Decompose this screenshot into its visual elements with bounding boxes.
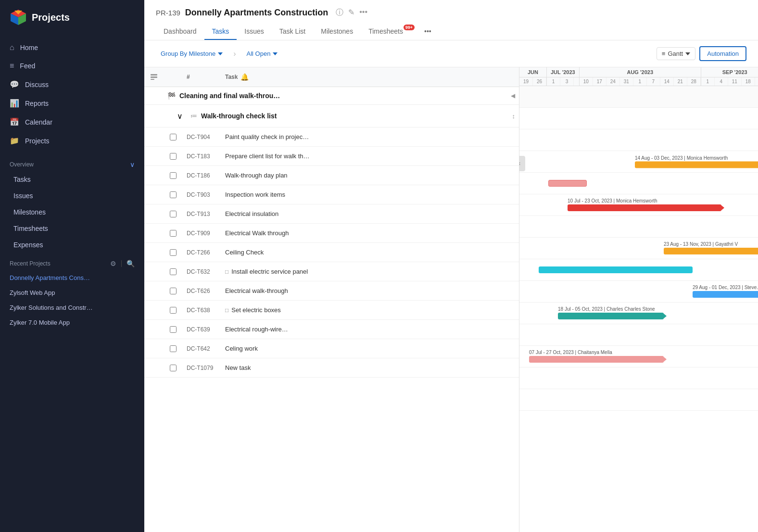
toolbar-right: ≡ Gantt Automation [657,46,746,61]
tab-issues[interactable]: Issues [237,24,271,40]
subtask-collapse-btn[interactable]: ∨ [173,109,187,123]
row-task-12[interactable]: New task [221,358,519,377]
sidebar-sub-milestones[interactable]: Milestones [0,204,144,220]
row-checkbox-8[interactable] [164,282,183,300]
automation-button[interactable]: Automation [699,46,746,61]
separator-arrow: › [233,50,236,58]
row-task-1[interactable]: Prepare client list for walk th… [221,147,519,165]
gantt-day: 11 [728,77,742,86]
group-by-chevron-icon [218,52,223,55]
svg-rect-4 [151,74,157,76]
row-id-2: DC-T186 [183,166,221,185]
sidebar-item-discuss[interactable]: 💬 Discuss [0,75,144,94]
overview-section: Overview ∨ [0,154,144,171]
sidebar-item-projects-label: Projects [25,137,50,145]
row-task-7[interactable]: □ Install electric service panel [221,262,519,281]
recent-project-0[interactable]: Donnelly Apartments Cons… [0,270,144,285]
row-checkbox-4[interactable] [164,205,183,223]
table-row: DC-T642 Celing work [144,339,519,358]
month-label-jun: JUN [519,67,546,77]
task-col-label: Task [225,74,238,80]
gantt-days-sep: 1 4 11 18 25 [701,77,758,86]
info-icon[interactable]: ⓘ [336,8,343,18]
table-row: DC-T638 □ Set electric boxes [144,301,519,320]
table-row: DC-T626 Electrical walk-through [144,281,519,301]
sidebar-item-calendar[interactable]: 📅 Calendar [0,113,144,131]
sidebar-nav: ⌂ Home ≡ Feed 💬 Discuss 📊 Reports 📅 Cale… [0,35,144,154]
search-recent-icon[interactable]: 🔍 [126,260,135,267]
sidebar-sub-expenses[interactable]: Expenses [0,237,144,253]
table-row: DC-T903 Inspection work items [144,185,519,204]
gantt-header: JUN 19 26 JUL '2023 1 3 AUG '2023 [519,67,758,86]
panel-toggle-btn[interactable]: ‹ [519,156,525,171]
milestone-icon: 🏁 [167,92,176,100]
group-collapse-icon[interactable]: ◀ [511,92,515,99]
row-task-9[interactable]: □ Set electric boxes [221,301,519,319]
gantt-month-jun: JUN 19 26 [519,67,547,86]
sidebar-sub-tasks[interactable]: Tasks [0,171,144,188]
row-checkbox-11[interactable] [164,340,183,358]
row-task-11[interactable]: Celing work [221,339,519,358]
tab-timesheets[interactable]: Timesheets 99+ [361,24,417,40]
row-task-10[interactable]: Electrical rough-wire… [221,320,519,339]
row-checkbox-10[interactable] [164,320,183,339]
task-table: # Task 🔔 🏁 Cleaning and final walk-throu… [144,67,519,532]
sidebar-item-reports[interactable]: 📊 Reports [0,94,144,113]
row-task-8[interactable]: Electrical walk-through [221,281,519,300]
gantt-day: 3 [560,77,574,86]
row-checkbox-1[interactable] [164,147,183,165]
gantt-day: 17 [593,77,606,86]
sidebar-item-projects[interactable]: 📁 Projects [0,131,144,150]
sidebar-sub-timesheets[interactable]: Timesheets [0,220,144,237]
row-task-6[interactable]: Ceiling Check [221,243,519,262]
collapse-all-btn[interactable] [144,68,164,86]
gantt-row-9 [519,324,758,346]
logo-area: Projects [0,0,144,35]
sidebar-item-feed[interactable]: ≡ Feed [0,57,144,75]
tab-tasks[interactable]: Tasks [204,24,237,40]
tab-dashboard[interactable]: Dashboard [156,24,204,40]
overview-chevron-icon[interactable]: ∨ [130,161,135,168]
gantt-row-7: 29 Aug - 01 Dec, 2023 | Steve… [519,281,758,303]
tab-tasklist[interactable]: Task List [272,24,313,40]
row-task-5[interactable]: Electrical Walk through [221,224,519,242]
gantt-day: 26 [533,77,546,86]
sidebar-item-home-label: Home [20,44,38,51]
all-open-filter-btn[interactable]: All Open [242,48,283,60]
sidebar-sub-issues[interactable]: Issues [0,188,144,204]
gantt-days-jun: 19 26 [519,77,546,86]
row-checkbox-7[interactable] [164,263,183,281]
group-by-milestone-btn[interactable]: Group By Milestone [156,48,227,60]
more-icon[interactable]: ••• [359,8,367,18]
row-task-2[interactable]: Walk-through day plan [221,166,519,185]
filter-label: All Open [247,50,271,57]
row-checkbox-3[interactable] [164,186,183,204]
row-checkbox-5[interactable] [164,224,183,242]
row-checkbox-6[interactable] [164,243,183,262]
row-id-12: DC-T1079 [183,359,221,377]
tab-milestones[interactable]: Milestones [313,24,361,40]
gantt-view-btn[interactable]: ≡ Gantt [657,47,695,60]
sort-icon[interactable]: ↕ [512,113,516,120]
row-checkbox-0[interactable] [164,128,183,146]
overview-items: Tasks Issues Milestones Timesheets Expen… [0,171,144,253]
recent-project-1[interactable]: Zylsoft Web App [0,285,144,300]
gantt-row-11 [519,367,758,389]
filter-recent-icon[interactable]: ⚙ [110,260,116,267]
sidebar-item-home[interactable]: ⌂ Home [0,38,144,57]
row-checkbox-12[interactable] [164,359,183,377]
edit-icon[interactable]: ✎ [348,8,354,18]
gantt-body: 21 Sep 14 Aug - 03 Dec, 2023 | Monica He… [519,86,758,411]
subtask-title: Walk-through check list [201,112,508,120]
recent-project-3[interactable]: Zylker 7.0 Mobile App [0,315,144,330]
recent-project-2[interactable]: Zylker Solutions and Constr… [0,300,144,315]
tab-more[interactable]: ••• [417,24,439,40]
row-checkbox-2[interactable] [164,166,183,185]
gantt-month-sep: SEP '2023 1 4 11 18 25 [701,67,758,86]
row-checkbox-9[interactable] [164,301,183,319]
row-task-3[interactable]: Inspection work items [221,185,519,204]
project-title: Donnelly Apartments Construction [185,8,328,18]
table-row: DC-T909 Electrical Walk through [144,224,519,243]
row-task-0[interactable]: Paint quality check in projec… [221,127,519,146]
row-task-4[interactable]: Electrical insulation [221,204,519,223]
